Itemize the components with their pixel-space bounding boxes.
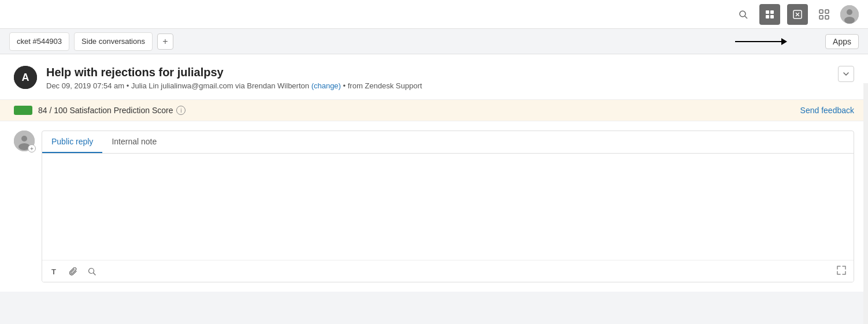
search-icon[interactable] bbox=[734, 5, 752, 24]
user-avatar[interactable] bbox=[840, 5, 859, 24]
tab-bar-right: Apps bbox=[825, 34, 859, 49]
ticket-meta: Dec 09, 2019 07:54 am • Julia Lin julial… bbox=[46, 81, 422, 90]
ticket-title: Help with rejections for julialpsy bbox=[46, 66, 422, 79]
ticket-avatar: A bbox=[14, 66, 37, 89]
apps-label: Apps bbox=[833, 37, 851, 46]
satisfaction-bar: 84 / 100 Satisfaction Prediction Score i… bbox=[0, 100, 868, 121]
ticket-info: Help with rejections for julialpsy Dec 0… bbox=[46, 66, 422, 90]
ticket-email: julialinwa@gmail.com bbox=[161, 81, 233, 90]
svg-line-23 bbox=[94, 273, 96, 275]
top-nav bbox=[0, 0, 868, 29]
score-value: 84 / 100 Satisfaction Prediction Score bbox=[38, 106, 173, 115]
svg-rect-4 bbox=[766, 15, 769, 18]
svg-rect-10 bbox=[825, 10, 829, 13]
svg-rect-2 bbox=[766, 10, 769, 14]
svg-rect-11 bbox=[819, 16, 823, 19]
change-link[interactable]: (change) bbox=[311, 81, 341, 90]
ticket-source: from Zendesk Support bbox=[348, 81, 422, 90]
arrow-annotation bbox=[735, 38, 787, 45]
ticket-tab-label: cket #544903 bbox=[17, 37, 62, 46]
svg-text:A: A bbox=[22, 72, 29, 83]
reply-editor-container: Public reply Internal note T bbox=[42, 131, 854, 282]
svg-point-19 bbox=[21, 136, 27, 141]
reply-toolbar: T bbox=[42, 260, 854, 282]
score-indicator bbox=[14, 106, 32, 115]
main-area: A Help with rejections for julialpsy Dec… bbox=[0, 54, 868, 292]
nav-icon-2[interactable] bbox=[787, 4, 808, 25]
expand-icon[interactable] bbox=[836, 265, 847, 277]
svg-rect-9 bbox=[819, 10, 823, 13]
tab-public-reply[interactable]: Public reply bbox=[42, 131, 102, 153]
svg-point-14 bbox=[847, 9, 852, 15]
svg-point-0 bbox=[740, 11, 745, 17]
svg-text:T: T bbox=[51, 267, 56, 275]
svg-line-1 bbox=[745, 16, 747, 18]
svg-rect-5 bbox=[770, 15, 774, 18]
arrow-line bbox=[735, 41, 781, 42]
apps-button[interactable]: Apps bbox=[825, 34, 859, 49]
send-feedback-button[interactable]: Send feedback bbox=[800, 106, 854, 115]
reply-area: + Public reply Internal note T bbox=[0, 121, 868, 292]
tab-bar: cket #544903 Side conversations + Apps bbox=[0, 29, 868, 54]
reply-avatar: + bbox=[14, 131, 35, 151]
grid-icon[interactable] bbox=[815, 5, 833, 24]
side-conversations-label: Side conversations bbox=[81, 37, 145, 46]
add-tab-icon: + bbox=[162, 36, 168, 47]
svg-point-15 bbox=[844, 17, 855, 24]
add-recipient-icon[interactable]: + bbox=[28, 144, 36, 152]
reply-tabs: Public reply Internal note bbox=[42, 131, 854, 154]
ticket-date: Dec 09, 2019 07:54 am bbox=[46, 81, 124, 90]
scrollbar[interactable] bbox=[863, 83, 868, 324]
svg-rect-12 bbox=[825, 16, 829, 19]
tab-internal-note[interactable]: Internal note bbox=[102, 131, 166, 153]
search-content-icon[interactable] bbox=[86, 266, 98, 277]
ticket-dropdown-button[interactable] bbox=[838, 66, 854, 82]
info-icon[interactable]: i bbox=[176, 106, 186, 115]
ticket-header: A Help with rejections for julialpsy Dec… bbox=[0, 54, 868, 100]
ticket-via: via Brendan Wilberton bbox=[235, 81, 309, 90]
nav-icon-1[interactable] bbox=[759, 4, 780, 25]
side-conversations-tab[interactable]: Side conversations bbox=[74, 32, 153, 51]
ticket-author: Julia Lin bbox=[131, 81, 159, 90]
arrow-head bbox=[781, 38, 787, 45]
attach-file-icon[interactable] bbox=[68, 266, 79, 277]
add-tab-button[interactable]: + bbox=[157, 33, 173, 50]
svg-rect-3 bbox=[770, 10, 774, 14]
toolbar-right bbox=[836, 265, 847, 277]
text-format-icon[interactable]: T bbox=[49, 266, 61, 277]
ticket-tab[interactable]: cket #544903 bbox=[9, 32, 69, 51]
reply-text-input[interactable] bbox=[42, 154, 854, 258]
